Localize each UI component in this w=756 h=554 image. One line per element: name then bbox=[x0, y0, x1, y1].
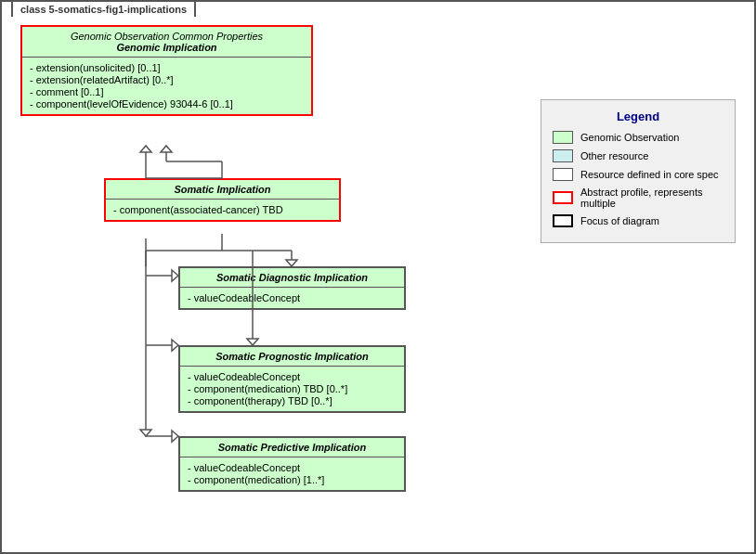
genomic-implication-box: Genomic Observation Common Properties Ge… bbox=[20, 25, 313, 116]
body-line-4: - component(levelOfEvidence) 93044-6 [0.… bbox=[30, 98, 304, 110]
genomic-implication-body: - extension(unsolicited) [0..1] - extens… bbox=[22, 58, 311, 114]
swatch-white-black bbox=[553, 214, 573, 227]
somatic-diagnostic-body: - valueCodeableConcept bbox=[180, 288, 404, 308]
swatch-green bbox=[553, 131, 573, 144]
legend-title: Legend bbox=[553, 110, 723, 123]
swatch-lightblue bbox=[553, 149, 573, 162]
legend-item-abstract: Abstract profile, represents multiple bbox=[553, 187, 723, 209]
tab-label: class 5-somatics-fig1-implications bbox=[11, 0, 196, 17]
diag-body-line-1: - valueCodeableConcept bbox=[188, 292, 397, 303]
prog-body-line-3: - component(therapy) TBD [0..*] bbox=[188, 395, 397, 406]
legend-abstract-label: Abstract profile, represents multiple bbox=[580, 187, 723, 209]
somatic-predictive-body: - valueCodeableConcept - component(medic… bbox=[180, 457, 404, 490]
pred-body-line-1: - valueCodeableConcept bbox=[188, 462, 397, 473]
legend-item-core: Resource defined in core spec bbox=[553, 168, 723, 181]
legend-core-label: Resource defined in core spec bbox=[580, 169, 719, 180]
swatch-white-red bbox=[553, 191, 573, 204]
svg-marker-2 bbox=[140, 146, 151, 152]
somatic-predictive-header: Somatic Predictive Implication bbox=[180, 438, 404, 457]
legend-item-genomic: Genomic Observation bbox=[553, 131, 723, 144]
body-line-3: - comment [0..1] bbox=[30, 86, 304, 97]
genomic-implication-header1: Genomic Observation Common Properties Ge… bbox=[22, 27, 311, 58]
body-line-2: - extension(relatedArtifact) [0..*] bbox=[30, 74, 304, 85]
swatch-white bbox=[553, 168, 573, 181]
legend-focus-label: Focus of diagram bbox=[580, 215, 659, 226]
somatic-implication-body: - component(associated-cancer) TBD bbox=[106, 200, 339, 220]
somatic-diagnostic-header: Somatic Diagnostic Implication bbox=[180, 268, 404, 288]
svg-marker-21 bbox=[172, 431, 178, 442]
svg-marker-7 bbox=[161, 146, 172, 152]
diagram-container: class 5-somatics-fig1-implications Genom… bbox=[0, 0, 756, 554]
somatic-prognostic-box: Somatic Prognostic Implication - valueCo… bbox=[178, 345, 406, 413]
legend-genomic-label: Genomic Observation bbox=[580, 132, 679, 143]
prog-body-line-2: - component(medication) TBD [0..*] bbox=[188, 383, 397, 394]
somatic-implication-header: Somatic Implication bbox=[106, 180, 339, 200]
somatic-prognostic-header: Somatic Prognostic Implication bbox=[180, 347, 404, 367]
prog-body-line-1: - valueCodeableConcept bbox=[188, 371, 397, 382]
svg-marker-15 bbox=[140, 430, 151, 436]
somatic-body-line-1: - component(associated-cancer) TBD bbox=[113, 204, 332, 215]
svg-marker-20 bbox=[172, 340, 178, 351]
somatic-diagnostic-box: Somatic Diagnostic Implication - valueCo… bbox=[178, 266, 406, 310]
somatic-prognostic-body: - valueCodeableConcept - component(medic… bbox=[180, 367, 404, 411]
svg-marker-13 bbox=[247, 339, 258, 345]
legend-item-focus: Focus of diagram bbox=[553, 214, 723, 227]
svg-marker-11 bbox=[286, 260, 297, 266]
somatic-predictive-box: Somatic Predictive Implication - valueCo… bbox=[178, 436, 406, 492]
legend-box: Legend Genomic Observation Other resourc… bbox=[541, 99, 736, 243]
pred-body-line-2: - component(medication) [1..*] bbox=[188, 474, 397, 485]
body-line-1: - extension(unsolicited) [0..1] bbox=[30, 62, 304, 73]
somatic-implication-box: Somatic Implication - component(associat… bbox=[104, 178, 341, 222]
legend-other-label: Other resource bbox=[580, 150, 648, 161]
legend-item-other: Other resource bbox=[553, 149, 723, 162]
svg-marker-19 bbox=[172, 270, 178, 281]
